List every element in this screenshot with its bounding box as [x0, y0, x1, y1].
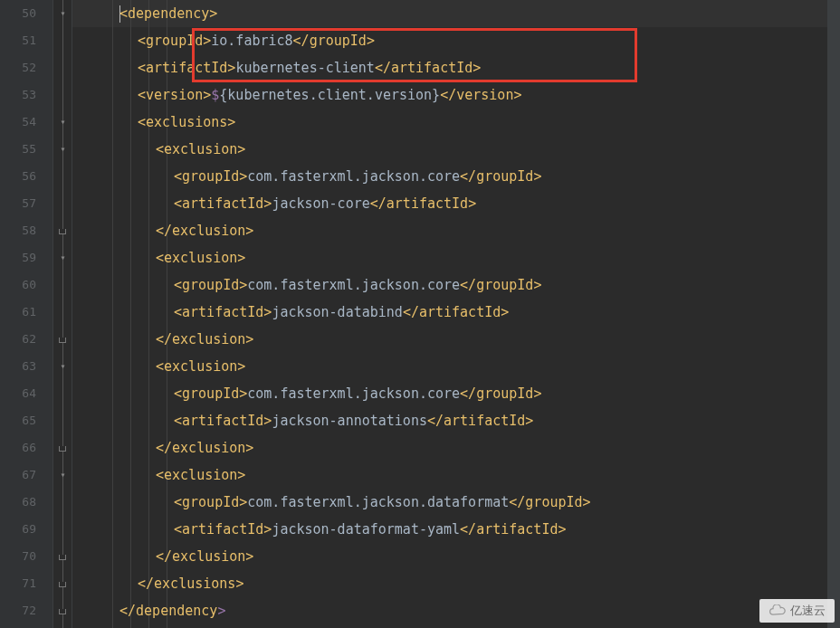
code-token: <	[174, 521, 182, 538]
code-token: </	[138, 576, 154, 592]
fold-end-icon[interactable]	[59, 229, 66, 234]
fold-end-icon[interactable]	[59, 446, 66, 452]
code-line[interactable]: </exclusion>	[80, 217, 840, 244]
code-token: </	[156, 223, 172, 239]
code-token: <	[174, 413, 182, 429]
code-line[interactable]: <dependency>	[80, 0, 840, 27]
fold-toggle-icon[interactable]: ▾	[58, 8, 68, 18]
fold-toggle-icon[interactable]: ▾	[58, 144, 68, 154]
code-editor[interactable]: 5051525354555657585960616263646566676869…	[0, 0, 840, 628]
code-line[interactable]: <artifactId>kubernetes-client</artifactI…	[80, 54, 840, 81]
code-token: artifactId	[391, 60, 472, 76]
code-line[interactable]: <exclusion>	[80, 136, 840, 163]
line-number[interactable]: 55	[0, 136, 36, 163]
code-line[interactable]: <artifactId>jackson-databind</artifactId…	[80, 299, 840, 326]
code-line[interactable]: <artifactId>jackson-core</artifactId>	[80, 190, 840, 217]
code-token: >	[367, 33, 375, 49]
code-token: </	[156, 440, 172, 456]
code-token: >	[245, 548, 253, 565]
code-token: artifactId	[182, 195, 263, 212]
code-line[interactable]: </dependency>	[80, 597, 840, 624]
code-line[interactable]: </exclusions>	[80, 570, 840, 597]
code-token: groupId	[146, 33, 203, 49]
line-number[interactable]: 65	[0, 407, 36, 434]
code-token: <	[119, 5, 128, 22]
code-line[interactable]: <artifactId>jackson-dataformat-yaml</art…	[80, 516, 840, 543]
line-number[interactable]: 52	[0, 54, 36, 81]
code-line[interactable]: </exclusion>	[80, 434, 840, 461]
code-token: groupId	[310, 33, 367, 49]
line-number[interactable]: 54	[0, 109, 36, 136]
line-number[interactable]: 62	[0, 326, 36, 353]
code-area[interactable]: <dependency><groupId>io.fabric8</groupId…	[72, 0, 840, 628]
line-number[interactable]: 63	[0, 353, 36, 380]
code-token: exclusions	[154, 576, 235, 592]
code-token: </	[460, 277, 476, 293]
fold-end-icon[interactable]	[59, 609, 66, 614]
fold-end-icon[interactable]	[59, 555, 66, 560]
right-marker-stripe	[827, 0, 840, 628]
line-number[interactable]: 56	[0, 163, 36, 190]
code-token: <	[156, 358, 164, 375]
line-number[interactable]: 72	[0, 597, 36, 624]
code-line[interactable]: <groupId>com.fasterxml.jackson.core</gro…	[80, 163, 840, 190]
line-number[interactable]: 59	[0, 244, 36, 271]
code-token: groupId	[182, 168, 239, 185]
line-number[interactable]: 69	[0, 516, 36, 543]
code-token: groupId	[525, 494, 582, 510]
line-number[interactable]: 51	[0, 27, 36, 54]
code-token: <	[156, 141, 164, 157]
line-number[interactable]: 68	[0, 489, 36, 516]
code-token: >	[239, 494, 247, 510]
fold-toggle-icon[interactable]: ▾	[58, 117, 68, 127]
code-line[interactable]: <exclusion>	[80, 244, 840, 271]
code-line[interactable]: </exclusion>	[80, 326, 840, 353]
line-number[interactable]: 57	[0, 190, 36, 217]
code-token: >	[501, 304, 509, 320]
code-token: exclusion	[172, 331, 245, 347]
fold-toggle-icon[interactable]: ▾	[58, 470, 68, 480]
code-token: </	[440, 87, 456, 103]
code-token: groupId	[182, 385, 239, 402]
code-token: artifactId	[387, 195, 468, 212]
line-number-gutter[interactable]: 5051525354555657585960616263646566676869…	[0, 0, 52, 628]
code-token: <	[156, 467, 164, 483]
code-token: >	[237, 467, 245, 483]
code-line[interactable]: <exclusion>	[80, 461, 840, 489]
code-line[interactable]: <exclusions>	[80, 109, 840, 136]
code-token: exclusion	[164, 141, 237, 157]
code-line[interactable]: <artifactId>jackson-annotations</artifac…	[80, 407, 840, 434]
line-number[interactable]: 67	[0, 461, 36, 489]
code-token: <	[174, 494, 182, 510]
line-number[interactable]: 61	[0, 299, 36, 326]
line-number[interactable]: 66	[0, 434, 36, 461]
code-line[interactable]: <version>${kubernetes.client.version}</v…	[80, 81, 840, 109]
code-token: >	[468, 195, 476, 212]
code-line[interactable]: <groupId>com.fasterxml.jackson.core</gro…	[80, 380, 840, 407]
line-number[interactable]: 50	[0, 0, 36, 27]
code-line[interactable]: <groupId>io.fabric8</groupId>	[80, 27, 840, 54]
fold-gutter[interactable]: ▾▾▾▾▾▾	[52, 0, 72, 628]
code-token: </	[460, 168, 476, 185]
line-number[interactable]: 71	[0, 570, 36, 597]
code-line[interactable]: </exclusion>	[80, 543, 840, 570]
line-number[interactable]: 53	[0, 81, 36, 109]
code-token: artifactId	[182, 304, 263, 320]
fold-toggle-icon[interactable]: ▾	[58, 361, 68, 371]
line-number[interactable]: 70	[0, 543, 36, 570]
code-token: {kubernetes.client.version}	[219, 87, 440, 103]
code-token: >	[203, 87, 211, 103]
code-line[interactable]: <groupId>com.fasterxml.jackson.core</gro…	[80, 271, 840, 299]
code-token: >	[513, 87, 521, 103]
code-token: >	[245, 331, 253, 347]
code-line[interactable]: <groupId>com.fasterxml.jackson.dataforma…	[80, 489, 840, 516]
code-token: groupId	[182, 494, 239, 510]
code-line[interactable]: <exclusion>	[80, 353, 840, 380]
fold-end-icon[interactable]	[59, 582, 66, 587]
code-token: exclusion	[172, 548, 245, 565]
fold-toggle-icon[interactable]: ▾	[58, 252, 68, 262]
line-number[interactable]: 64	[0, 380, 36, 407]
fold-end-icon[interactable]	[59, 338, 66, 343]
line-number[interactable]: 60	[0, 271, 36, 299]
line-number[interactable]: 58	[0, 217, 36, 244]
